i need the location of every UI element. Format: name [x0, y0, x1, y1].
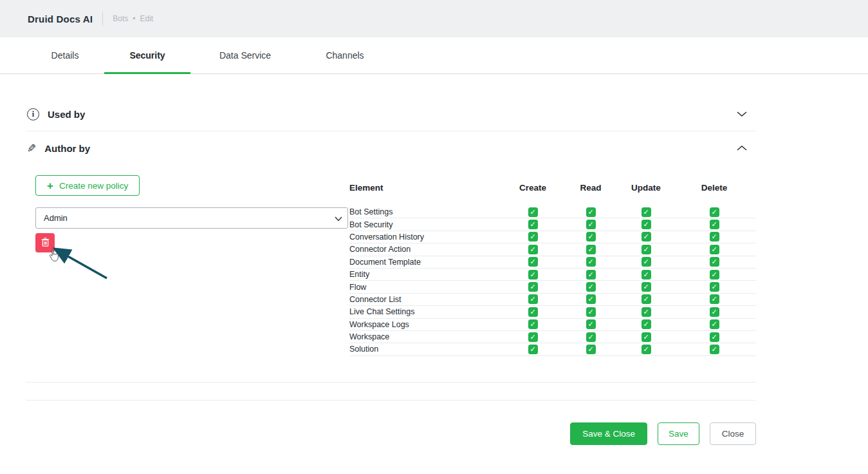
read-checkbox[interactable]: ✓	[586, 232, 596, 242]
update-checkbox[interactable]: ✓	[642, 257, 651, 267]
update-checkbox[interactable]: ✓	[642, 345, 651, 354]
element-label: Connector Action	[349, 245, 504, 254]
update-checkbox[interactable]: ✓	[642, 245, 651, 254]
breadcrumb-bots[interactable]: Bots	[113, 14, 128, 23]
tab-details[interactable]: Details	[26, 37, 104, 73]
create-checkbox[interactable]: ✓	[528, 245, 538, 254]
plus-icon: +	[47, 180, 53, 191]
create-checkbox[interactable]: ✓	[528, 307, 538, 317]
header-read: Read	[562, 183, 620, 193]
create-new-policy-button[interactable]: + Create new policy	[35, 175, 140, 196]
delete-checkbox[interactable]: ✓	[710, 245, 719, 254]
delete-checkbox[interactable]: ✓	[710, 345, 719, 354]
header-delete: Delete	[672, 183, 756, 193]
save-and-close-button[interactable]: Save & Close	[570, 422, 647, 445]
update-checkbox[interactable]: ✓	[642, 207, 651, 217]
chevron-down-icon[interactable]	[737, 108, 747, 120]
read-checkbox[interactable]: ✓	[586, 257, 596, 267]
table-row: Entity ✓ ✓ ✓ ✓	[349, 269, 756, 281]
read-checkbox[interactable]: ✓	[586, 345, 596, 354]
element-label: Connector List	[349, 295, 504, 304]
author-by-label: Author by	[44, 143, 90, 154]
breadcrumb-edit: Edit	[140, 14, 153, 23]
table-row: Flow ✓ ✓ ✓ ✓	[349, 281, 756, 293]
delete-checkbox[interactable]: ✓	[710, 207, 719, 217]
table-row: Document Template ✓ ✓ ✓ ✓	[349, 256, 756, 269]
table-row: Connector Action ✓ ✓ ✓ ✓	[349, 243, 756, 256]
trash-icon	[41, 238, 50, 249]
policy-select-wrap: Admin	[35, 207, 348, 229]
update-checkbox[interactable]: ✓	[642, 270, 651, 280]
element-label: Document Template	[349, 258, 504, 267]
element-label: Solution	[349, 345, 504, 354]
create-checkbox[interactable]: ✓	[528, 270, 538, 280]
read-checkbox[interactable]: ✓	[586, 207, 596, 217]
chevron-up-icon[interactable]	[737, 142, 747, 154]
create-checkbox[interactable]: ✓	[528, 345, 538, 354]
read-checkbox[interactable]: ✓	[586, 319, 596, 329]
read-checkbox[interactable]: ✓	[586, 332, 596, 342]
element-label: Bot Security	[349, 220, 504, 229]
delete-checkbox[interactable]: ✓	[710, 332, 719, 342]
delete-checkbox[interactable]: ✓	[710, 232, 719, 242]
section-used-by[interactable]: i Used by	[26, 102, 756, 126]
pencil-icon: ✎	[27, 142, 36, 155]
element-label: Live Chat Settings	[349, 307, 504, 316]
create-checkbox[interactable]: ✓	[528, 207, 538, 217]
delete-checkbox[interactable]: ✓	[710, 270, 719, 280]
close-button[interactable]: Close	[710, 422, 756, 445]
topbar-divider	[102, 12, 103, 26]
tab-security[interactable]: Security	[104, 37, 190, 73]
tab-data-service[interactable]: Data Service	[190, 37, 300, 73]
policy-select[interactable]: Admin	[35, 207, 348, 229]
update-checkbox[interactable]: ✓	[642, 232, 651, 242]
table-row: Workspace ✓ ✓ ✓ ✓	[349, 331, 756, 343]
topbar: Druid Docs AI Bots • Edit	[0, 0, 868, 37]
delete-checkbox[interactable]: ✓	[710, 282, 719, 292]
update-checkbox[interactable]: ✓	[642, 332, 651, 342]
footer-divider-top	[26, 382, 756, 383]
element-label: Workspace Logs	[349, 320, 504, 329]
delete-checkbox[interactable]: ✓	[710, 319, 719, 329]
table-row: Bot Settings ✓ ✓ ✓ ✓	[349, 206, 756, 218]
create-checkbox[interactable]: ✓	[528, 232, 538, 242]
read-checkbox[interactable]: ✓	[586, 245, 596, 254]
create-checkbox[interactable]: ✓	[528, 294, 538, 304]
element-label: Workspace	[349, 332, 504, 341]
save-button[interactable]: Save	[658, 422, 699, 445]
element-label: Entity	[349, 270, 504, 279]
table-row: Conversation History ✓ ✓ ✓ ✓	[349, 231, 756, 243]
read-checkbox[interactable]: ✓	[586, 307, 596, 317]
delete-checkbox[interactable]: ✓	[710, 294, 719, 304]
bot-edit-screen: Druid Docs AI Bots • Edit Details Securi…	[0, 0, 868, 474]
update-checkbox[interactable]: ✓	[642, 220, 651, 229]
delete-checkbox[interactable]: ✓	[710, 307, 719, 317]
update-checkbox[interactable]: ✓	[642, 282, 651, 292]
header-element: Element	[349, 183, 504, 193]
read-checkbox[interactable]: ✓	[586, 282, 596, 292]
create-checkbox[interactable]: ✓	[528, 282, 538, 292]
update-checkbox[interactable]: ✓	[642, 294, 651, 304]
create-policy-label: Create new policy	[59, 181, 128, 191]
update-checkbox[interactable]: ✓	[642, 307, 651, 317]
read-checkbox[interactable]: ✓	[586, 220, 596, 229]
section-author-by[interactable]: ✎ Author by	[26, 136, 756, 160]
update-checkbox[interactable]: ✓	[642, 319, 651, 329]
read-checkbox[interactable]: ✓	[586, 294, 596, 304]
breadcrumb: Bots • Edit	[113, 14, 153, 23]
create-checkbox[interactable]: ✓	[528, 332, 538, 342]
create-checkbox[interactable]: ✓	[528, 257, 538, 267]
delete-checkbox[interactable]: ✓	[710, 220, 719, 229]
app-title: Druid Docs AI	[28, 14, 93, 24]
section-divider	[26, 131, 756, 131]
create-checkbox[interactable]: ✓	[528, 319, 538, 329]
permissions-table-body: Bot Settings ✓ ✓ ✓ ✓ Bot Security ✓ ✓ ✓ …	[349, 206, 756, 356]
table-row: Workspace Logs ✓ ✓ ✓ ✓	[349, 319, 756, 331]
read-checkbox[interactable]: ✓	[586, 270, 596, 280]
delete-checkbox[interactable]: ✓	[710, 257, 719, 267]
delete-policy-button[interactable]	[35, 233, 55, 252]
footer-buttons: Save & Close Save Close	[26, 422, 756, 445]
create-checkbox[interactable]: ✓	[528, 220, 538, 229]
tab-channels[interactable]: Channels	[300, 37, 390, 73]
table-row: Live Chat Settings ✓ ✓ ✓ ✓	[349, 306, 756, 318]
